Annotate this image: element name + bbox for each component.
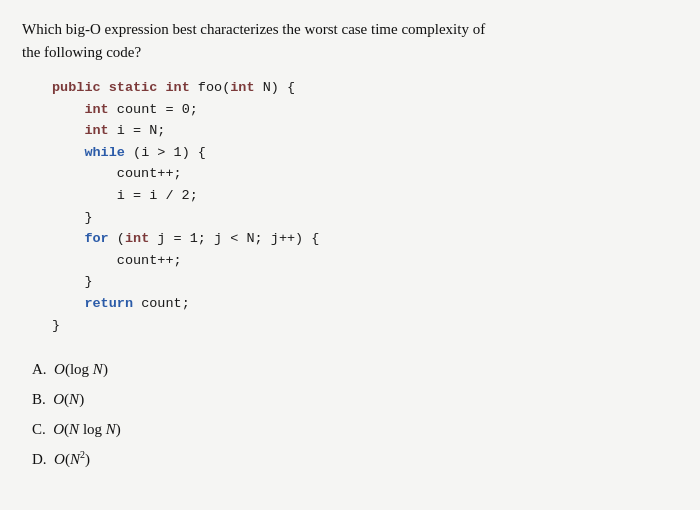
answer-b: B. O(N): [32, 384, 678, 414]
code-line-8: for (int j = 1; j < N; j++) {: [52, 228, 678, 250]
code-line-5: count++;: [52, 163, 678, 185]
code-line-10: }: [52, 271, 678, 293]
code-line-12: }: [52, 315, 678, 337]
code-line-11: return count;: [52, 293, 678, 315]
question-text: Which big-O expression best characterize…: [22, 18, 678, 63]
code-line-1: public static int foo(int N) {: [52, 77, 678, 99]
code-block: public static int foo(int N) { int count…: [52, 77, 678, 336]
code-line-4: while (i > 1) {: [52, 142, 678, 164]
answer-d: D. O(N2): [32, 444, 678, 474]
answers-section: A. O(log N) B. O(N) C. O(N log N) D. O(N…: [32, 354, 678, 474]
code-line-7: }: [52, 207, 678, 229]
code-line-2: int count = 0;: [52, 99, 678, 121]
answer-a: A. O(log N): [32, 354, 678, 384]
code-line-9: count++;: [52, 250, 678, 272]
answer-c: C. O(N log N): [32, 414, 678, 444]
code-line-6: i = i / 2;: [52, 185, 678, 207]
code-line-3: int i = N;: [52, 120, 678, 142]
